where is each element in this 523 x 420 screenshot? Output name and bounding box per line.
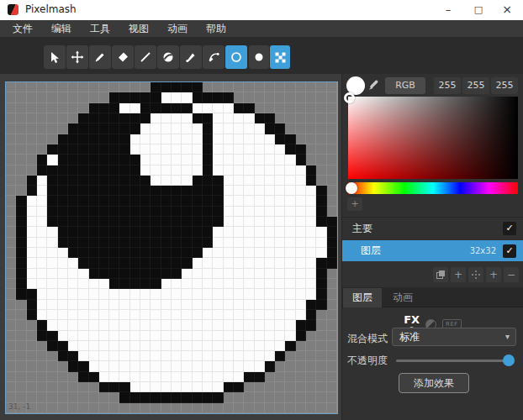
pixel-cell[interactable]	[130, 403, 140, 413]
opacity-slider-track[interactable]	[396, 360, 514, 362]
pixel-cell[interactable]	[203, 144, 213, 155]
pixel-cell[interactable]	[37, 361, 47, 371]
pixel-cell[interactable]	[151, 123, 161, 134]
pixel-cell[interactable]	[234, 155, 244, 165]
pixel-cell[interactable]	[316, 392, 326, 402]
pixel-cell[interactable]	[296, 113, 306, 123]
pixel-cell[interactable]	[224, 310, 234, 320]
pixel-cell[interactable]	[193, 403, 203, 413]
pixel-cell[interactable]	[182, 227, 192, 237]
pixel-cell[interactable]	[234, 134, 244, 144]
hue-slider-marker[interactable]	[346, 182, 357, 194]
pixel-cell[interactable]	[182, 300, 192, 310]
pixel-cell[interactable]	[285, 341, 295, 351]
pixel-cell[interactable]	[130, 103, 140, 113]
pixel-cell[interactable]	[203, 361, 213, 371]
pixel-cell[interactable]	[27, 320, 37, 330]
pixel-cell[interactable]	[16, 392, 26, 402]
pixel-cell[interactable]	[27, 103, 37, 113]
pixel-cell[interactable]	[140, 279, 151, 289]
pixel-cell[interactable]	[172, 144, 182, 155]
pixel-cell[interactable]	[193, 103, 203, 113]
pixel-cell[interactable]	[151, 144, 161, 155]
pixel-cell[interactable]	[265, 227, 275, 237]
pixel-cell[interactable]	[244, 144, 254, 155]
pixel-cell[interactable]	[224, 320, 234, 330]
pixel-cell[interactable]	[47, 331, 57, 341]
pixel-cell[interactable]	[275, 279, 285, 289]
pixel-cell[interactable]	[58, 392, 68, 402]
pixel-cell[interactable]	[182, 144, 192, 155]
pixel-cell[interactable]	[161, 227, 172, 237]
pixel-cell[interactable]	[89, 269, 99, 279]
pixel-cell[interactable]	[89, 310, 99, 320]
pixel-cell[interactable]	[255, 207, 265, 217]
pixel-cell[interactable]	[234, 113, 244, 123]
pixel-cell[interactable]	[182, 103, 192, 113]
pixel-cell[interactable]	[296, 248, 306, 258]
pixel-cell[interactable]	[182, 331, 192, 341]
pixel-cell[interactable]	[203, 372, 213, 382]
pixel-cell[interactable]	[109, 155, 119, 165]
pixel-cell[interactable]	[130, 320, 140, 330]
brush-shape-dither-button[interactable]	[270, 45, 290, 69]
pixel-cell[interactable]	[234, 361, 244, 371]
pixel-cell[interactable]	[234, 320, 244, 330]
pixel-cell[interactable]	[296, 176, 306, 186]
pixel-cell[interactable]	[99, 248, 109, 258]
pixel-cell[interactable]	[285, 238, 295, 248]
pixel-cell[interactable]	[234, 300, 244, 310]
pixel-cell[interactable]	[47, 320, 57, 330]
pixel-cell[interactable]	[78, 176, 88, 186]
pixel-cell[interactable]	[119, 238, 129, 248]
pixel-cell[interactable]	[37, 372, 47, 382]
pixel-cell[interactable]	[37, 279, 47, 289]
pixel-cell[interactable]	[306, 82, 316, 92]
pixel-canvas[interactable]	[5, 81, 338, 414]
pixel-cell[interactable]	[265, 155, 275, 165]
pixel-cell[interactable]	[203, 341, 213, 351]
pixel-cell[interactable]	[255, 144, 265, 155]
pixel-cell[interactable]	[213, 207, 223, 217]
pixel-cell[interactable]	[58, 300, 68, 310]
pixel-cell[interactable]	[234, 403, 244, 413]
pixel-cell[interactable]	[78, 92, 88, 102]
minimize-button[interactable]: –	[434, 0, 462, 20]
pixel-cell[interactable]	[68, 300, 78, 310]
pixel-cell[interactable]	[296, 258, 306, 268]
pixel-cell[interactable]	[203, 227, 213, 237]
pixel-cell[interactable]	[255, 331, 265, 341]
pixel-cell[interactable]	[140, 269, 151, 279]
pixel-cell[interactable]	[224, 155, 234, 165]
pixel-cell[interactable]	[161, 217, 172, 227]
pixel-cell[interactable]	[296, 351, 306, 361]
pixel-cell[interactable]	[203, 320, 213, 330]
pixel-cell[interactable]	[234, 258, 244, 268]
pixel-cell[interactable]	[16, 269, 26, 279]
pixel-cell[interactable]	[255, 279, 265, 289]
pixel-cell[interactable]	[234, 238, 244, 248]
pixel-cell[interactable]	[172, 82, 182, 92]
pixel-cell[interactable]	[37, 165, 47, 176]
pixel-cell[interactable]	[89, 82, 99, 92]
pixel-cell[interactable]	[119, 144, 129, 155]
pixel-cell[interactable]	[78, 258, 88, 268]
pixel-cell[interactable]	[285, 207, 295, 217]
pixel-cell[interactable]	[255, 392, 265, 402]
pixel-cell[interactable]	[140, 372, 151, 382]
pixel-cell[interactable]	[327, 92, 337, 102]
pixel-cell[interactable]	[203, 103, 213, 113]
pixel-cell[interactable]	[119, 320, 129, 330]
pixel-cell[interactable]	[16, 341, 26, 351]
pixel-cell[interactable]	[161, 361, 172, 371]
pixel-cell[interactable]	[275, 176, 285, 186]
pixel-cell[interactable]	[265, 82, 275, 92]
pixel-cell[interactable]	[109, 300, 119, 310]
pixel-cell[interactable]	[327, 269, 337, 279]
pixel-cell[interactable]	[234, 289, 244, 299]
pixel-cell[interactable]	[27, 144, 37, 155]
pixel-cell[interactable]	[255, 269, 265, 279]
pixel-cell[interactable]	[265, 123, 275, 134]
pixel-cell[interactable]	[47, 82, 57, 92]
pixel-cell[interactable]	[327, 289, 337, 299]
